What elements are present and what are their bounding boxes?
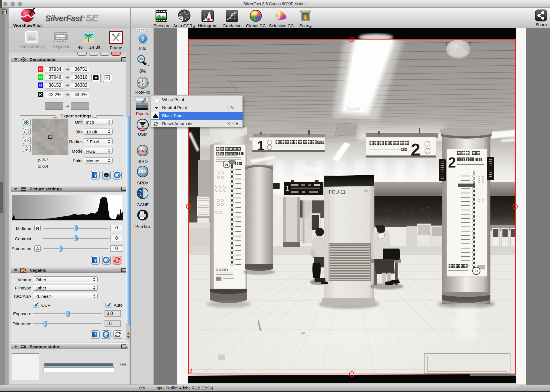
svg-text:W: W: [138, 82, 140, 84]
svg-text:1: 1: [286, 184, 289, 192]
svg-text:x: x: [145, 171, 147, 174]
svg-text:?: ?: [94, 173, 97, 178]
svg-text:i: i: [142, 35, 144, 42]
svg-text:NegaFix: NegaFix: [56, 36, 65, 39]
svg-text:2: 2: [411, 140, 420, 159]
svg-text:?: ?: [94, 258, 97, 263]
svg-text:01: 01: [225, 163, 228, 166]
svg-text:iSRD: iSRD: [138, 149, 147, 153]
svg-text:FCU-11: FCU-11: [329, 189, 345, 195]
svg-text:E: E: [147, 82, 148, 84]
svg-text:S: S: [142, 86, 144, 89]
svg-text:N: N: [142, 77, 144, 80]
svg-text:27: 27: [474, 269, 478, 273]
svg-text:2: 2: [448, 155, 456, 171]
svg-text:C: C: [179, 17, 182, 21]
svg-text:1: 1: [257, 138, 265, 153]
svg-text:2: 2: [189, 368, 192, 374]
svg-text:?: ?: [94, 332, 97, 337]
